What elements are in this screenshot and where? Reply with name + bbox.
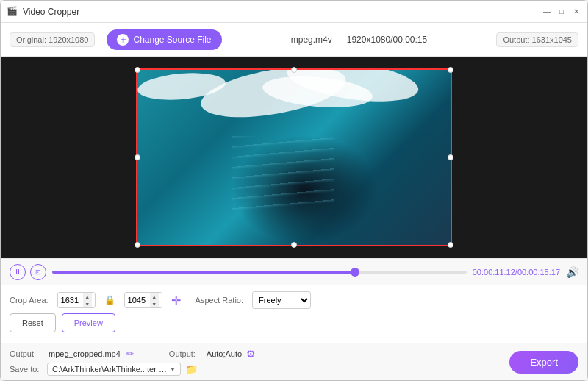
video-area [1, 57, 587, 258]
timeline: ⏸ ⊡ 00:00:11.12/00:00:15.17 🔊 [1, 258, 587, 285]
plus-icon: + [117, 34, 129, 46]
controls-row1: Crop Area: ▲ ▼ 🔒 ▲ ▼ ✛ Aspect Ratio: Fr [10, 291, 578, 309]
original-label: Original: [16, 35, 46, 44]
change-source-label: Change Source File [133, 35, 211, 45]
dropdown-arrow-icon: ▼ [170, 366, 176, 373]
height-spinners: ▲ ▼ [150, 293, 159, 307]
save-path: C:\ArkThinker\ArkThinke...ter Ultimate\V… [52, 365, 170, 374]
handle-top-middle[interactable] [291, 67, 297, 73]
pause-icon: ⏸ [14, 268, 21, 276]
aspect-ratio-label: Aspect Ratio: [196, 296, 243, 305]
move-icon[interactable]: ✛ [171, 293, 181, 307]
volume-icon[interactable]: 🔊 [566, 266, 578, 278]
change-source-button[interactable]: + Change Source File [107, 29, 221, 50]
width-up[interactable]: ▲ [83, 293, 92, 300]
file-name: mpeg.m4v [291, 35, 332, 45]
reset-button[interactable]: Reset [10, 313, 56, 332]
controls-row2: Reset Preview [10, 313, 578, 332]
save-path-select[interactable]: C:\ArkThinker\ArkThinke...ter Ultimate\V… [47, 363, 181, 376]
height-up[interactable]: ▲ [150, 293, 159, 300]
file-meta: 1920x1080/00:00:15 [347, 35, 427, 45]
title-bar: 🎬 Video Cropper — □ ✕ [1, 1, 587, 23]
handle-top-left[interactable] [135, 67, 140, 73]
video-frame[interactable] [136, 68, 452, 246]
save-row: Save to: C:\ArkThinker\ArkThinke...ter U… [10, 363, 509, 376]
maximize-button[interactable]: □ [556, 7, 567, 17]
handle-bottom-left[interactable] [135, 242, 140, 248]
bottom-area: Output: mpeg_cropped.mp4 ✏ Output: Auto;… [1, 343, 587, 380]
preview-button[interactable]: Preview [62, 313, 115, 332]
app-icon: 🎬 [7, 6, 18, 18]
progress-fill [52, 271, 355, 274]
file-info: mpeg.m4v 1920x1080/00:00:15 [234, 35, 485, 45]
output-right: Output: Auto;Auto ⚙ [169, 348, 256, 360]
output-file-name: mpeg_cropped.mp4 [49, 349, 121, 358]
handle-bottom-right[interactable] [448, 242, 453, 248]
toolbar: Original: 1920x1080 + Change Source File… [1, 23, 587, 57]
progress-bar[interactable] [52, 271, 467, 274]
original-info: Original: 1920x1080 [10, 32, 95, 47]
pause-button[interactable]: ⏸ [10, 264, 26, 280]
main-window: 🎬 Video Cropper — □ ✕ Original: 1920x108… [0, 0, 588, 381]
output-file-label: Output: [10, 349, 43, 358]
edit-icon[interactable]: ✏ [126, 349, 134, 359]
time-display: 00:00:11.12/00:00:15.17 [473, 268, 560, 277]
output-right-value: Auto;Auto [207, 349, 242, 358]
original-size: 1920x1080 [49, 35, 88, 44]
crop-area-label: Crop Area: [10, 296, 49, 305]
video-content [137, 70, 451, 245]
width-input[interactable] [61, 296, 83, 305]
export-button[interactable]: Export [509, 351, 578, 374]
save-label: Save to: [10, 365, 43, 374]
width-input-wrapper: ▲ ▼ [57, 292, 96, 308]
gear-icon[interactable]: ⚙ [246, 348, 256, 360]
width-spinners: ▲ ▼ [83, 293, 92, 307]
lock-icon[interactable]: 🔒 [104, 295, 115, 305]
title-bar-left: 🎬 Video Cropper [7, 6, 79, 18]
folder-icon[interactable]: 📁 [185, 363, 198, 375]
play-controls: ⏸ ⊡ [10, 264, 46, 280]
output-size: 1631x1045 [532, 35, 572, 44]
output-right-label: Output: [169, 349, 202, 358]
snapshot-button[interactable]: ⊡ [30, 264, 46, 280]
aspect-ratio-select[interactable]: Freely 16:9 4:3 1:1 9:16 [252, 291, 311, 309]
height-input[interactable] [128, 296, 150, 305]
output-row: Output: mpeg_cropped.mp4 ✏ Output: Auto;… [10, 348, 509, 360]
close-button[interactable]: ✕ [571, 7, 581, 17]
window-controls: — □ ✕ [542, 7, 581, 17]
minimize-button[interactable]: — [542, 7, 552, 17]
progress-thumb[interactable] [351, 268, 359, 277]
bottom-right: Export [509, 351, 578, 374]
height-down[interactable]: ▼ [150, 300, 159, 307]
light-rays [232, 136, 334, 210]
height-input-wrapper: ▲ ▼ [124, 292, 162, 308]
snapshot-icon: ⊡ [35, 268, 41, 276]
bottom-combined: Output: mpeg_cropped.mp4 ✏ Output: Auto;… [10, 348, 578, 376]
handle-bottom-middle[interactable] [291, 242, 297, 248]
controls-area: Crop Area: ▲ ▼ 🔒 ▲ ▼ ✛ Aspect Ratio: Fr [1, 285, 587, 343]
output-info: Output: 1631x1045 [496, 32, 578, 47]
width-down[interactable]: ▼ [83, 300, 92, 307]
window-title: Video Cropper [23, 7, 79, 17]
bottom-left: Output: mpeg_cropped.mp4 ✏ Output: Auto;… [10, 348, 509, 376]
handle-middle-right[interactable] [448, 154, 453, 160]
handle-top-right[interactable] [448, 67, 453, 73]
output-label: Output: [503, 35, 529, 44]
handle-middle-left[interactable] [135, 154, 140, 160]
